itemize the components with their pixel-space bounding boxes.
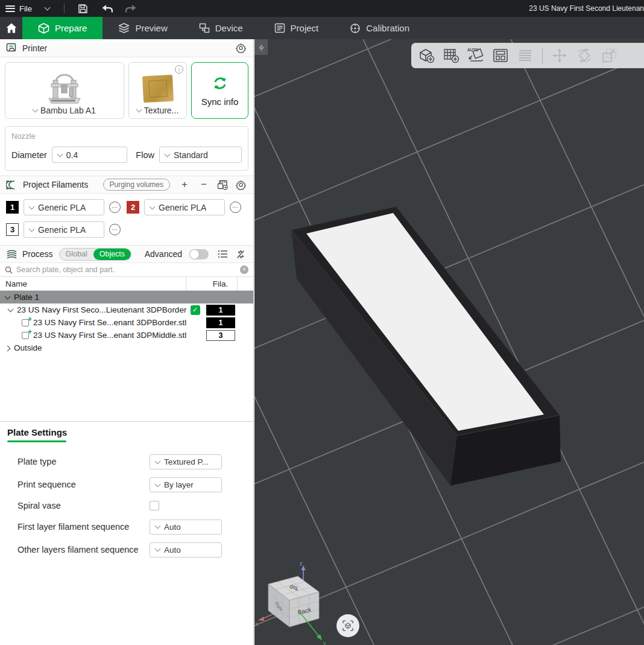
navigation-cube[interactable]: z x Top Back Right y [255,561,326,645]
tree-row-part-middle[interactable]: + 23 US Navy First Se...enant 3DPMiddle.… [0,329,253,342]
plate-type-select[interactable]: Textured P... [150,454,222,469]
chevron-right-icon[interactable] [5,346,11,352]
ams-sync-button[interactable] [216,178,229,191]
plate-type-value: Textured P... [164,457,209,466]
nozzle-flow-value: Standard [174,150,208,160]
nozzle-section: Nozzle Diameter 0.4 Flow Standard [5,126,248,171]
scale-tool-button[interactable] [600,46,618,65]
auto-orient-button[interactable]: AUTO [467,46,485,65]
part-border-filament-badge[interactable]: 1 [206,317,235,328]
z-axis-label: z [300,561,303,567]
chevron-down-icon[interactable] [5,293,11,299]
other-layers-sequence-row: Other layers filament sequence Auto [7,542,253,558]
tree-row-part-border[interactable]: + 23 US Navy First Se...enant 3DPBorder.… [0,316,253,329]
sync-info-label: Sync info [201,97,239,107]
scope-objects[interactable]: Objects [93,249,131,260]
fit-view-button[interactable] [336,614,359,637]
purging-volumes-button[interactable]: Purging volumes [103,179,170,191]
part-middle-filament-badge[interactable]: 3 [206,330,235,341]
tab-calibration[interactable]: Calibration [334,17,425,39]
add-plate-button[interactable] [442,46,460,65]
clear-search-icon[interactable]: × [240,265,248,274]
filament-list: 1 Generic PLA ⋯ 2 Generic PLA ⋯ 3 Generi… [0,194,253,245]
chevron-down-icon [136,107,142,113]
process-section-icon [6,249,17,259]
add-filament-button[interactable]: + [177,179,192,191]
filament-1-select[interactable]: Generic PLA [24,199,104,215]
filament-3-swatch[interactable]: 3 [6,223,19,236]
divider [64,4,65,13]
compare-presets-button[interactable] [234,247,247,261]
search-input[interactable] [16,265,236,274]
rotate-tool-button[interactable] [575,46,593,65]
tree-row-plate[interactable]: Plate 1 [0,291,253,303]
diameter-label: Diameter [11,150,47,160]
object-filament-badge[interactable]: 1 [206,305,235,316]
filament-1-swatch[interactable]: 1 [6,201,19,214]
chevron-down-icon [33,107,39,113]
filament-2-select[interactable]: Generic PLA [144,199,225,215]
advanced-toggle[interactable] [189,249,209,259]
printer-select-card[interactable]: Bambu Lab A1 [5,62,124,119]
filament-3-select[interactable]: Generic PLA [24,221,104,238]
scope-global[interactable]: Global [60,249,93,260]
add-object-button[interactable] [417,46,435,65]
chevron-down-icon[interactable] [45,5,51,11]
auto-orient-icon: AUTO [467,47,485,64]
printer-settings-button[interactable] [234,42,247,55]
spiral-vase-checkbox[interactable] [150,501,159,510]
nav-cube-top-label[interactable]: Top [289,584,299,592]
filament-3-more-button[interactable]: ⋯ [109,224,121,235]
printer-section-title: Printer [22,43,47,53]
print-sequence-select[interactable]: By layer [150,477,222,492]
tab-project[interactable]: Project [259,17,335,39]
option-list-button[interactable] [216,247,229,261]
plate-select-card[interactable]: i Texture... [128,62,187,119]
spiral-vase-row: Spiral vase [7,500,253,512]
hamburger-menu-icon[interactable] [5,5,15,12]
save-button[interactable] [75,2,91,15]
other-layers-sequence-select[interactable]: Auto [150,542,222,558]
sync-info-button[interactable]: Sync info [191,62,248,119]
search-icon [5,266,13,274]
filament-1-more-button[interactable]: ⋯ [109,202,121,213]
move-tool-button[interactable] [551,46,569,65]
model-3dpborder[interactable] [291,206,561,486]
first-layer-sequence-select[interactable]: Auto [150,519,222,535]
viewport-3d[interactable]: z x Top Back Right y ‹|› [254,39,644,645]
remove-filament-button[interactable]: − [197,179,211,191]
filament-2-more-button[interactable]: ⋯ [230,202,241,213]
first-layer-sequence-row: First layer filament sequence Auto [7,519,253,535]
calibration-icon [350,23,361,34]
filament-settings-button[interactable] [234,178,247,191]
file-menu[interactable]: File [19,4,32,13]
home-button[interactable] [0,17,22,39]
tab-device[interactable]: Device [183,17,259,39]
tree-row-outside[interactable]: Outside [0,342,253,354]
gear-icon [236,180,246,190]
part-middle-label: 23 US Navy First Se...enant 3DPMiddle.st… [33,331,186,340]
nozzle-diameter-select[interactable]: 0.4 [52,147,128,163]
chevron-down-icon[interactable] [8,306,14,312]
home-icon [6,23,17,33]
split-objects-button[interactable] [491,46,510,65]
undo-button[interactable] [99,2,115,15]
nozzle-flow-select[interactable]: Standard [159,147,242,163]
move-icon [551,47,568,64]
printer-section-icon [6,43,17,53]
device-icon [199,23,210,33]
tree-row-object[interactable]: 23 US Navy First Seco...Lieutenant 3DPBo… [0,303,253,316]
undo-icon [101,4,113,13]
plate-settings-section: Plate Settings Plate type Textured P... … [0,421,253,645]
panel-collapse-handle[interactable]: ‹|› [254,39,268,55]
info-icon[interactable]: i [175,65,183,74]
variable-layer-height-button[interactable] [516,46,534,65]
y-axis-label: y [323,640,326,645]
add-cube-icon [418,47,435,64]
tab-preview[interactable]: Preview [103,17,183,39]
object-visible-checkbox[interactable]: ✓ [191,305,200,315]
redo-button[interactable] [124,2,139,15]
filament-2-swatch[interactable]: 2 [127,201,139,214]
object-row-label: 23 US Navy First Seco...Lieutenant 3DPBo… [17,305,186,314]
tab-prepare[interactable]: Prepare [22,17,103,39]
